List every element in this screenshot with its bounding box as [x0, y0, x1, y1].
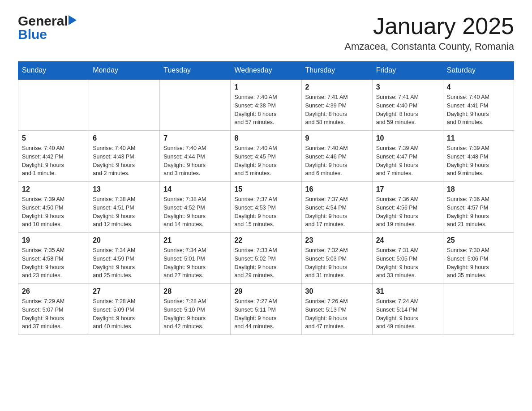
day-number: 23: [305, 236, 369, 244]
calendar-cell: 16Sunrise: 7:37 AM Sunset: 4:54 PM Dayli…: [301, 182, 372, 233]
page-header: General Blue January 2025 Amzacea, Const…: [18, 13, 514, 52]
calendar-cell: 6Sunrise: 7:40 AM Sunset: 4:43 PM Daylig…: [89, 131, 160, 182]
day-info: Sunrise: 7:28 AM Sunset: 5:10 PM Dayligh…: [163, 297, 227, 331]
calendar-cell: 11Sunrise: 7:39 AM Sunset: 4:48 PM Dayli…: [443, 131, 514, 182]
calendar-cell: 4Sunrise: 7:40 AM Sunset: 4:41 PM Daylig…: [443, 79, 514, 131]
calendar-cell: 26Sunrise: 7:29 AM Sunset: 5:07 PM Dayli…: [18, 284, 89, 335]
calendar-cell: 22Sunrise: 7:33 AM Sunset: 5:02 PM Dayli…: [231, 233, 301, 284]
day-info: Sunrise: 7:36 AM Sunset: 4:57 PM Dayligh…: [447, 195, 510, 229]
day-number: 29: [234, 287, 297, 295]
day-info: Sunrise: 7:40 AM Sunset: 4:46 PM Dayligh…: [305, 144, 369, 178]
logo-general-text: General: [18, 13, 68, 29]
day-info: Sunrise: 7:37 AM Sunset: 4:54 PM Dayligh…: [305, 195, 369, 229]
calendar-cell: 2Sunrise: 7:41 AM Sunset: 4:39 PM Daylig…: [301, 79, 372, 131]
calendar-cell: 18Sunrise: 7:36 AM Sunset: 4:57 PM Dayli…: [443, 182, 514, 233]
calendar-cell: 20Sunrise: 7:34 AM Sunset: 4:59 PM Dayli…: [89, 233, 160, 284]
day-info: Sunrise: 7:40 AM Sunset: 4:38 PM Dayligh…: [234, 93, 297, 127]
calendar-week-row: 1Sunrise: 7:40 AM Sunset: 4:38 PM Daylig…: [18, 79, 514, 131]
day-number: 9: [305, 134, 369, 142]
day-info: Sunrise: 7:40 AM Sunset: 4:41 PM Dayligh…: [447, 93, 510, 127]
calendar-cell: 21Sunrise: 7:34 AM Sunset: 5:01 PM Dayli…: [160, 233, 231, 284]
day-info: Sunrise: 7:36 AM Sunset: 4:56 PM Dayligh…: [376, 195, 439, 229]
day-number: 10: [376, 134, 439, 142]
calendar-cell: 10Sunrise: 7:39 AM Sunset: 4:47 PM Dayli…: [372, 131, 443, 182]
calendar-cell: [160, 79, 231, 131]
calendar-cell: 30Sunrise: 7:26 AM Sunset: 5:13 PM Dayli…: [301, 284, 372, 335]
calendar-header-row: SundayMondayTuesdayWednesdayThursdayFrid…: [18, 62, 514, 80]
calendar-cell: 7Sunrise: 7:40 AM Sunset: 4:44 PM Daylig…: [160, 131, 231, 182]
day-number: 13: [93, 185, 156, 193]
day-number: 5: [22, 134, 85, 142]
day-number: 28: [163, 287, 227, 295]
day-info: Sunrise: 7:40 AM Sunset: 4:45 PM Dayligh…: [234, 144, 297, 178]
calendar-cell: [18, 79, 89, 131]
day-number: 24: [376, 236, 439, 244]
calendar-cell: 19Sunrise: 7:35 AM Sunset: 4:58 PM Dayli…: [18, 233, 89, 284]
calendar-cell: 15Sunrise: 7:37 AM Sunset: 4:53 PM Dayli…: [231, 182, 301, 233]
day-info: Sunrise: 7:39 AM Sunset: 4:48 PM Dayligh…: [447, 144, 510, 178]
logo-blue-text: Blue: [18, 27, 47, 42]
calendar-cell: 13Sunrise: 7:38 AM Sunset: 4:51 PM Dayli…: [89, 182, 160, 233]
day-info: Sunrise: 7:39 AM Sunset: 4:47 PM Dayligh…: [376, 144, 439, 178]
calendar-cell: 24Sunrise: 7:31 AM Sunset: 5:05 PM Dayli…: [372, 233, 443, 284]
month-title: January 2025: [344, 13, 514, 39]
day-number: 1: [234, 83, 297, 91]
day-number: 11: [447, 134, 510, 142]
day-header-thursday: Thursday: [301, 62, 372, 80]
day-number: 26: [22, 287, 85, 295]
day-info: Sunrise: 7:38 AM Sunset: 4:51 PM Dayligh…: [93, 195, 156, 229]
calendar-cell: 29Sunrise: 7:27 AM Sunset: 5:11 PM Dayli…: [231, 284, 301, 335]
day-number: 27: [93, 287, 156, 295]
calendar-cell: 23Sunrise: 7:32 AM Sunset: 5:03 PM Dayli…: [301, 233, 372, 284]
calendar-cell: 5Sunrise: 7:40 AM Sunset: 4:42 PM Daylig…: [18, 131, 89, 182]
day-info: Sunrise: 7:27 AM Sunset: 5:11 PM Dayligh…: [234, 297, 297, 331]
day-number: 14: [163, 185, 227, 193]
calendar-cell: [89, 79, 160, 131]
day-number: 18: [447, 185, 510, 193]
calendar-week-row: 12Sunrise: 7:39 AM Sunset: 4:50 PM Dayli…: [18, 182, 514, 233]
day-info: Sunrise: 7:28 AM Sunset: 5:09 PM Dayligh…: [93, 297, 156, 331]
day-info: Sunrise: 7:26 AM Sunset: 5:13 PM Dayligh…: [305, 297, 369, 331]
day-number: 12: [22, 185, 85, 193]
day-number: 15: [234, 185, 297, 193]
svg-marker-0: [69, 15, 77, 25]
day-info: Sunrise: 7:33 AM Sunset: 5:02 PM Dayligh…: [234, 246, 297, 280]
day-number: 6: [93, 134, 156, 142]
calendar-cell: 1Sunrise: 7:40 AM Sunset: 4:38 PM Daylig…: [231, 79, 301, 131]
day-number: 3: [376, 83, 439, 91]
logo: General Blue: [18, 13, 77, 42]
calendar-cell: [443, 284, 514, 335]
calendar-cell: 17Sunrise: 7:36 AM Sunset: 4:56 PM Dayli…: [372, 182, 443, 233]
day-info: Sunrise: 7:34 AM Sunset: 4:59 PM Dayligh…: [93, 246, 156, 280]
day-info: Sunrise: 7:29 AM Sunset: 5:07 PM Dayligh…: [22, 297, 85, 331]
day-number: 19: [22, 236, 85, 244]
day-number: 25: [447, 236, 510, 244]
title-area: January 2025 Amzacea, Constanta County, …: [344, 13, 514, 52]
calendar-table: SundayMondayTuesdayWednesdayThursdayFrid…: [18, 61, 514, 335]
day-info: Sunrise: 7:40 AM Sunset: 4:43 PM Dayligh…: [93, 144, 156, 178]
calendar-cell: 3Sunrise: 7:41 AM Sunset: 4:40 PM Daylig…: [372, 79, 443, 131]
calendar-week-row: 19Sunrise: 7:35 AM Sunset: 4:58 PM Dayli…: [18, 233, 514, 284]
calendar-cell: 27Sunrise: 7:28 AM Sunset: 5:09 PM Dayli…: [89, 284, 160, 335]
day-info: Sunrise: 7:30 AM Sunset: 5:06 PM Dayligh…: [447, 246, 510, 280]
calendar-cell: 28Sunrise: 7:28 AM Sunset: 5:10 PM Dayli…: [160, 284, 231, 335]
day-number: 7: [163, 134, 227, 142]
day-info: Sunrise: 7:40 AM Sunset: 4:44 PM Dayligh…: [163, 144, 227, 178]
day-number: 21: [163, 236, 227, 244]
day-info: Sunrise: 7:24 AM Sunset: 5:14 PM Dayligh…: [376, 297, 439, 331]
calendar-cell: 31Sunrise: 7:24 AM Sunset: 5:14 PM Dayli…: [372, 284, 443, 335]
day-number: 30: [305, 287, 369, 295]
day-number: 17: [376, 185, 439, 193]
day-number: 31: [376, 287, 439, 295]
day-info: Sunrise: 7:37 AM Sunset: 4:53 PM Dayligh…: [234, 195, 297, 229]
day-info: Sunrise: 7:38 AM Sunset: 4:52 PM Dayligh…: [163, 195, 227, 229]
day-number: 20: [93, 236, 156, 244]
day-info: Sunrise: 7:31 AM Sunset: 5:05 PM Dayligh…: [376, 246, 439, 280]
day-header-friday: Friday: [372, 62, 443, 80]
calendar-cell: 8Sunrise: 7:40 AM Sunset: 4:45 PM Daylig…: [231, 131, 301, 182]
calendar-cell: 12Sunrise: 7:39 AM Sunset: 4:50 PM Dayli…: [18, 182, 89, 233]
day-info: Sunrise: 7:39 AM Sunset: 4:50 PM Dayligh…: [22, 195, 85, 229]
day-info: Sunrise: 7:35 AM Sunset: 4:58 PM Dayligh…: [22, 246, 85, 280]
day-info: Sunrise: 7:41 AM Sunset: 4:40 PM Dayligh…: [376, 93, 439, 127]
day-info: Sunrise: 7:41 AM Sunset: 4:39 PM Dayligh…: [305, 93, 369, 127]
